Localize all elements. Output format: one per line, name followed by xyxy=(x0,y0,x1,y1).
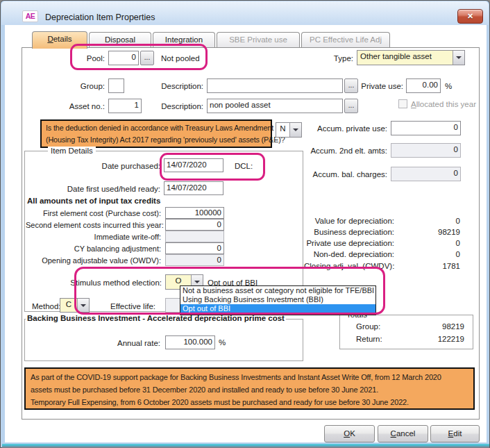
stimulus-option-2[interactable]: Using Backing Business Investment (BBI) xyxy=(180,295,375,304)
non-ded-depreciation-label: Non-ded. depreciation: xyxy=(304,250,394,258)
closing-adj-val-value: 1781 xyxy=(412,262,460,270)
owdv-label: Opening adjustable value (OWDV): xyxy=(26,256,161,265)
pool-input[interactable]: 0 xyxy=(108,51,139,65)
business-depreciation-label: Business depreciation: xyxy=(304,228,394,236)
private-use-percent: % xyxy=(445,82,452,90)
housing-integrity-note: Is the deduction denied in accordance wi… xyxy=(40,119,272,148)
accum-2nd-elt-label: Accum. 2nd elt. amts: xyxy=(292,147,387,155)
housing-integrity-line1: Is the deduction denied in accordance wi… xyxy=(46,122,267,134)
accum-bal-charges-label: Accum. bal. charges: xyxy=(292,170,387,179)
business-depreciation-value: 98219 xyxy=(412,228,460,236)
accum-private-use-label: Accum. private use: xyxy=(292,124,387,133)
date-first-used-input[interactable]: 14/07/2020 xyxy=(164,181,223,195)
window-title: Depreciation Item Properties xyxy=(45,13,155,22)
housing-integrity-line2: (Housing Tax Integrity) Act 2017 regardi… xyxy=(46,134,267,146)
covid-note-line1: As part of the COVID-19 support package … xyxy=(31,371,468,383)
type-dropdown-value: Other tangible asset xyxy=(357,51,453,65)
private-use-input[interactable]: 0.00 xyxy=(406,78,441,93)
edit-button[interactable]: Edit xyxy=(430,425,480,442)
stimulus-options-list: Not a business asset or category not eli… xyxy=(180,285,376,315)
housing-answer-value: N xyxy=(276,123,289,137)
private-use-depreciation-label: Private use depreciation: xyxy=(304,239,394,247)
covid-note-line2: assets must be purchased before 31 Decem… xyxy=(31,383,468,396)
owdv-input: 0 xyxy=(165,254,224,266)
net-of-input-tax-note: All amounts net of input tax credits xyxy=(27,197,160,205)
type-label: Type: xyxy=(316,54,353,63)
tab-sbe-private-use: SBE Private use xyxy=(217,32,300,47)
accum-private-use-input[interactable]: 0 xyxy=(391,121,461,135)
asset-description-browse-button[interactable]: ... xyxy=(344,99,358,113)
pool-label: Pool: xyxy=(42,54,105,63)
totals-return-label: Return: xyxy=(356,335,382,343)
dialog-window: AE Depreciation Item Properties ✕ Detail… xyxy=(0,0,490,448)
close-icon: ✕ xyxy=(458,10,482,23)
allocated-this-year-checkbox xyxy=(398,99,407,108)
private-use-label: Private use: xyxy=(351,82,403,90)
tab-pc-effective-life-adj: PC Effective Life Adj xyxy=(301,32,390,47)
app-icon: AE xyxy=(22,10,38,22)
asset-description-input[interactable]: non pooled asset xyxy=(207,99,343,113)
totals-group-label: Group: xyxy=(356,322,380,331)
second-element-costs-label: Second element costs incurred this year: xyxy=(26,221,161,229)
effective-life-label: Effective life: xyxy=(105,302,155,310)
allocated-this-year-label: Allocated this year xyxy=(411,100,476,108)
method-dropdown[interactable]: C xyxy=(60,298,90,313)
tab-integration[interactable]: Integration xyxy=(153,32,215,47)
pool-status-text: Not pooled xyxy=(161,54,200,63)
stimulus-option-1[interactable]: Not a business asset or category not eli… xyxy=(180,286,375,295)
cy-balancing-adjustment-label: CY balancing adjustment: xyxy=(26,244,161,253)
private-use-depreciation-value: 0 xyxy=(412,239,460,247)
title-bar: AE Depreciation Item Properties ✕ xyxy=(1,1,489,25)
type-dropdown[interactable]: Other tangible asset xyxy=(357,50,465,65)
ok-button[interactable]: OK xyxy=(324,425,375,442)
annual-rate-percent: % xyxy=(219,338,226,347)
covid-note: As part of the COVID-19 support package … xyxy=(24,367,475,410)
group-label: Group: xyxy=(67,82,105,90)
first-element-cost-label: First element cost (Purchase cost): xyxy=(26,209,161,217)
totals-group-value: 98219 xyxy=(416,322,464,331)
cy-balancing-adjustment-input[interactable]: 0 xyxy=(165,242,224,254)
accum-2nd-elt-input: 0 xyxy=(391,143,461,158)
date-first-used-label: Date first used/held ready: xyxy=(42,185,160,193)
dcl-label: DCL: xyxy=(235,162,253,170)
non-ded-depreciation-value: 0 xyxy=(412,250,460,258)
value-for-depreciation-value: 0 xyxy=(412,217,460,225)
immediate-write-off-label: Immediate write-off: xyxy=(26,233,161,241)
close-button[interactable]: ✕ xyxy=(457,9,483,24)
chevron-down-icon[interactable] xyxy=(453,51,464,65)
asset-no-label: Asset no.: xyxy=(56,102,105,110)
annual-rate-input[interactable]: 100.000 xyxy=(165,335,215,349)
first-element-cost-input[interactable]: 100000 xyxy=(165,207,224,219)
closing-adj-val-label: Closing adj. val. (CWDV): xyxy=(304,262,394,270)
tab-details[interactable]: Details xyxy=(32,31,87,49)
group-input[interactable] xyxy=(108,78,124,93)
tab-disposal[interactable]: Disposal xyxy=(89,32,151,47)
window-bottom-accent xyxy=(2,444,489,447)
asset-no-input[interactable]: 1 xyxy=(108,99,142,113)
stimulus-option-3-selected[interactable]: Opt out of BBI xyxy=(180,304,375,313)
pool-browse-button[interactable]: ... xyxy=(140,51,154,65)
cancel-button[interactable]: Cancel xyxy=(378,425,428,442)
immediate-write-off-input xyxy=(165,231,224,242)
date-purchased-label: Date purchased: xyxy=(49,162,160,170)
item-details-legend: Item Details xyxy=(48,147,96,155)
value-for-depreciation-label: Value for depreciation: xyxy=(304,217,394,225)
accum-bal-charges-input: 0 xyxy=(391,167,461,181)
totals-groupbox xyxy=(339,315,473,349)
stimulus-method-label: Stimulus method election: xyxy=(56,279,162,287)
method-code: C xyxy=(60,299,77,312)
chevron-down-icon[interactable] xyxy=(77,299,89,312)
annual-rate-label: Annual rate: xyxy=(91,339,160,347)
covid-note-line3: Temporary Full Expensing, from 6 October… xyxy=(31,396,468,408)
bbi-groupbox xyxy=(24,319,303,361)
second-element-costs-input[interactable]: 0 xyxy=(165,219,224,231)
asset-description-label: Description: xyxy=(155,102,203,110)
group-description-input[interactable] xyxy=(207,78,343,93)
date-purchased-input[interactable]: 14/07/2020 xyxy=(164,158,223,172)
method-label: Method: xyxy=(32,302,61,310)
group-description-label: Description: xyxy=(155,82,203,90)
totals-return-value: 122219 xyxy=(416,335,464,343)
